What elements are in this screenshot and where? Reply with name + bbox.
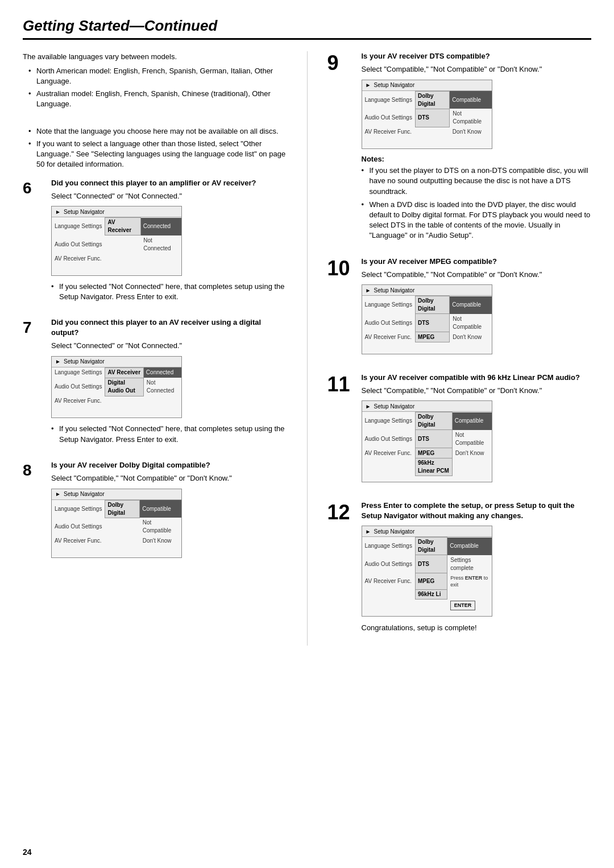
- step-11-nav-title: Setup Navigator: [374, 403, 415, 410]
- nav-cell-empty: [105, 235, 140, 254]
- intro-note-2: If you want to select a language other t…: [28, 139, 287, 170]
- nav-cell-label: Audio Out Settings: [362, 314, 416, 332]
- step-9-content: Is your AV receiver DTS compatible? Sele…: [362, 51, 592, 244]
- nav-cell-empty: [362, 600, 447, 611]
- step-9-note-1-text: If you set the player to DTS on a non-DT…: [370, 166, 588, 195]
- nav-row: Audio Out Settings Not Connected: [52, 235, 181, 254]
- nav-row: Audio Out Settings DTS Not Compatible: [362, 430, 492, 448]
- nav-cell-option: Connected: [143, 367, 181, 378]
- nav-cell-empty: [105, 254, 140, 264]
- page-number: 24: [23, 848, 32, 857]
- step-9-number: 9: [327, 51, 356, 244]
- nav-cell-empty: [143, 396, 181, 406]
- nav-cell-option: Not Compatible: [450, 314, 492, 332]
- step-11-number: 11: [327, 373, 356, 488]
- nav-cell-option: Don't Know: [452, 448, 491, 458]
- intro-bullet-1: North American model: English, French, S…: [28, 66, 287, 86]
- nav-cell-option: Compatible: [140, 500, 181, 518]
- step-10-nav-box: ► Setup Navigator Language Settings Dolb…: [362, 284, 492, 354]
- nav-cell-highlight2b: MPEG: [415, 448, 452, 458]
- step-7-nav-header: ► Setup Navigator: [52, 357, 181, 367]
- step-6-note-item: If you selected "Not Connected" here, th…: [51, 282, 287, 302]
- step-9-note-1: • If you set the player to DTS on a non-…: [362, 166, 592, 197]
- nav-cell-option: Compatible: [450, 91, 492, 109]
- step-6-nav-header: ► Setup Navigator: [52, 206, 181, 217]
- step-6-nav-table: Language Settings AV Receiver Connected …: [52, 217, 181, 275]
- step-9-note-2: • When a DVD disc is loaded into the DVD…: [362, 200, 592, 241]
- intro-paragraph: The available languages vary between mod…: [23, 51, 287, 63]
- nav-row: [362, 611, 492, 616]
- nav-cell-label: AV Receiver Func.: [362, 448, 416, 458]
- nav-cell-option: Compatible: [450, 296, 492, 314]
- nav-cell-label: AV Receiver Func.: [52, 536, 105, 546]
- intro-note-1: Note that the language you choose here m…: [28, 126, 287, 137]
- intro-bullets: North American model: English, French, S…: [23, 66, 287, 110]
- nav-row: 96kHz Li: [362, 590, 492, 600]
- nav-cell-label: Audio Out Settings: [52, 378, 105, 396]
- step-11-title: Is your AV receiver compatible with 96 k…: [362, 373, 592, 383]
- intro-notes: Note that the language you choose here m…: [23, 126, 287, 170]
- nav-row: Language Settings AV Receiver Connected: [52, 218, 181, 235]
- nav-row: [362, 476, 492, 482]
- step-8-nav-table: Language Settings Dolby Digital Compatib…: [52, 500, 181, 558]
- nav-cell-empty: [105, 536, 140, 546]
- step-8-title: Is your AV receiver Dolby Digital compat…: [51, 460, 287, 470]
- nav-cell-option: Don't Know: [450, 332, 492, 342]
- nav-row: 96kHz Linear PCM: [362, 458, 492, 476]
- nav-icon-8: ►: [55, 491, 61, 498]
- step-12-congrats: Congratulations, setup is complete!: [362, 622, 592, 634]
- step-12-content: Press Enter to complete the setup, or pr…: [362, 501, 592, 633]
- nav-enter-btn: ENTER: [447, 600, 492, 611]
- step-9-notes: Notes: • If you set the player to DTS on…: [362, 155, 592, 241]
- nav-cell-option: Not Compatible: [450, 109, 492, 127]
- step-8-nav-title: Setup Navigator: [64, 491, 105, 497]
- nav-cell-option: Compatible: [452, 412, 491, 430]
- nav-cell-highlight: AV Receiver: [105, 218, 140, 235]
- step-11: 11 Is your AV receiver compatible with 9…: [327, 373, 592, 488]
- step-9-title: Is your AV receiver DTS compatible?: [362, 51, 592, 61]
- step-9-notes-title: Notes:: [362, 155, 592, 163]
- step-8-select: Select "Compatible," "Not Compatible" or…: [51, 473, 287, 484]
- nav-cell-empty: [105, 518, 140, 536]
- step-7-nav-table: Language Settings AV Receiver Connected …: [52, 367, 181, 418]
- nav-cell-label: AV Receiver Func.: [362, 573, 416, 590]
- step-8-content: Is your AV receiver Dolby Digital compat…: [51, 460, 287, 564]
- nav-cell-empty: [447, 590, 492, 600]
- step-12-number: 12: [327, 501, 356, 633]
- nav-cell-option: Don't Know: [450, 127, 492, 137]
- nav-cell-highlight2: DTS: [415, 109, 449, 127]
- nav-cell-label: Language Settings: [362, 412, 416, 430]
- step-6-content: Did you connect this player to an amplif…: [51, 178, 287, 305]
- nav-cell-label: Language Settings: [52, 218, 105, 235]
- nav-cell-highlight: Dolby Digital: [415, 538, 447, 555]
- step-6-nav-title: Setup Navigator: [64, 209, 105, 215]
- step-6-title: Did you connect this player to an amplif…: [51, 178, 287, 188]
- step-7-nav-box: ► Setup Navigator Language Settings AV R…: [51, 356, 182, 419]
- nav-cell-highlight2c: 96kHz Li: [415, 590, 447, 600]
- nav-cell-label: Language Settings: [52, 500, 105, 518]
- step-10: 10 Is your AV receiver MPEG compatible? …: [327, 257, 592, 360]
- step-12: 12 Press Enter to complete the setup, or…: [327, 501, 592, 633]
- step-6: 6 Did you connect this player to an ampl…: [23, 178, 287, 305]
- intro-text: The available languages vary between mod…: [23, 51, 287, 170]
- nav-icon-12: ►: [365, 528, 372, 535]
- step-9-nav-title: Setup Navigator: [374, 82, 415, 88]
- nav-row: Audio Out Settings DTS Settings complete: [362, 555, 492, 573]
- nav-cell-label: AV Receiver Func.: [362, 332, 416, 342]
- step-7-title: Did you connect this player to an AV rec…: [51, 317, 287, 338]
- page-header: Getting Started—Continued: [23, 17, 591, 40]
- step-11-nav-table: Language Settings Dolby Digital Compatib…: [362, 412, 492, 482]
- step-9-select: Select "Compatible," "Not Compatible" or…: [362, 64, 592, 75]
- nav-cell-empty: [140, 254, 181, 264]
- nav-row: Language Settings AV Receiver Connected: [52, 367, 181, 378]
- column-divider: [307, 51, 308, 646]
- step-7-note-item: If you selected "Not Connected" here, th…: [51, 424, 287, 444]
- step-11-nav-header: ► Setup Navigator: [362, 401, 492, 412]
- nav-row: ENTER: [362, 600, 492, 611]
- step-11-content: Is your AV receiver compatible with 96 k…: [362, 373, 592, 488]
- step-12-nav-box: ► Setup Navigator Language Settings Dolb…: [362, 526, 492, 616]
- step-11-select: Select "Compatible," "Not Compatible" or…: [362, 385, 592, 396]
- nav-icon-9: ►: [365, 82, 372, 89]
- step-10-content: Is your AV receiver MPEG compatible? Sel…: [362, 257, 592, 360]
- nav-cell-label: AV Receiver Func.: [52, 254, 105, 264]
